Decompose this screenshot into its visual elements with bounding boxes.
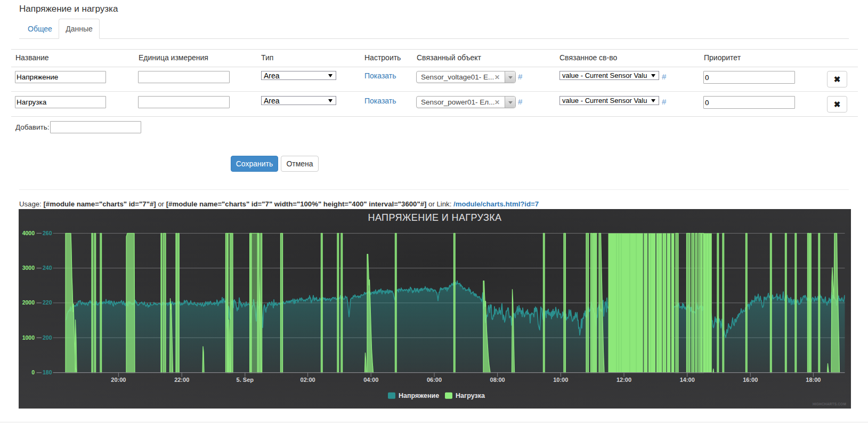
svg-text:220: 220 (43, 299, 52, 306)
svg-text:10:00: 10:00 (553, 377, 568, 383)
svg-text:5. Sep: 5. Sep (237, 377, 254, 383)
svg-text:180: 180 (43, 369, 52, 375)
svg-text:20:00: 20:00 (111, 377, 126, 383)
svg-text:200: 200 (43, 334, 52, 341)
svg-text:1000: 1000 (22, 334, 35, 341)
svg-text:02:00: 02:00 (301, 377, 315, 383)
svg-text:06:00: 06:00 (427, 377, 442, 383)
svg-text:14:00: 14:00 (680, 377, 695, 383)
svg-text:4000: 4000 (22, 230, 35, 236)
svg-text:HIGHCHARTS.COM: HIGHCHARTS.COM (813, 402, 846, 406)
svg-text:08:00: 08:00 (490, 377, 505, 383)
svg-text:18:00: 18:00 (806, 377, 821, 383)
svg-text:240: 240 (43, 265, 52, 271)
svg-text:2000: 2000 (22, 299, 35, 306)
svg-text:НАПРЯЖЕНИЕ И НАГРУЗКА: НАПРЯЖЕНИЕ И НАГРУЗКА (368, 212, 501, 223)
svg-text:260: 260 (43, 230, 52, 236)
svg-text:0: 0 (31, 369, 35, 375)
svg-text:16:00: 16:00 (743, 377, 758, 383)
svg-text:12:00: 12:00 (616, 377, 631, 383)
svg-text:22:00: 22:00 (174, 377, 189, 383)
svg-text:Нагрузка: Нагрузка (456, 392, 485, 399)
svg-text:3000: 3000 (22, 265, 35, 271)
svg-text:04:00: 04:00 (363, 377, 378, 383)
svg-text:Напряжение: Напряжение (399, 392, 439, 399)
